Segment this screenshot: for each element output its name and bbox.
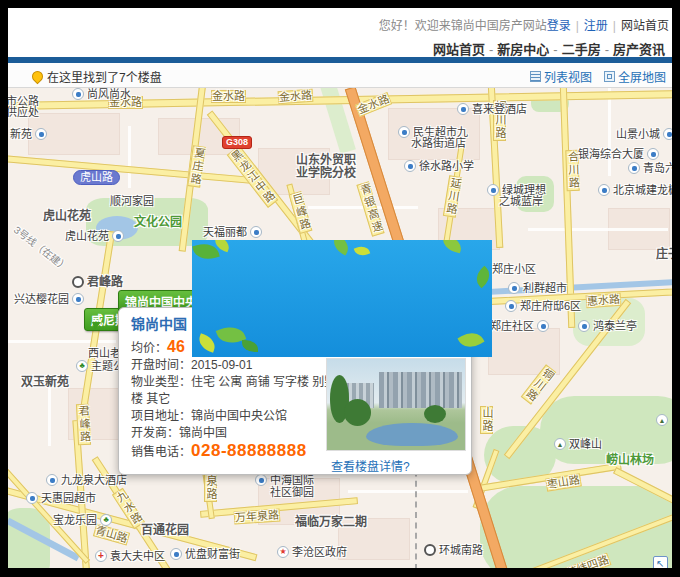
map-label: 业学院分校 <box>296 167 356 179</box>
leaf-decoration <box>196 333 218 352</box>
street <box>8 340 116 343</box>
street <box>608 88 611 176</box>
leaf-decoration <box>242 340 258 352</box>
nav-separator: - <box>605 42 609 57</box>
bus-icon <box>537 320 549 332</box>
map-poi-label: 虎山花苑 <box>65 230 124 242</box>
map-poi-label: 优盘财富街 <box>170 548 240 560</box>
pan-to-center-button[interactable]: ↖ <box>653 556 668 568</box>
map-poi-label: 徐水路小学 <box>404 160 474 172</box>
map-poi-label: ♣主题公 <box>76 360 124 372</box>
nav-separator: - <box>553 42 557 57</box>
nav-separator: - <box>489 42 493 57</box>
leaf-decoration <box>354 244 371 258</box>
park-icon: ♣ <box>100 514 112 526</box>
map-poi-label: ▲ <box>656 414 668 426</box>
login-link[interactable]: 登录 <box>547 19 571 33</box>
map-road-label: 泉路 <box>204 474 217 502</box>
map-poi-label: 尚风尚水 <box>72 88 131 100</box>
separator: | <box>576 19 579 33</box>
shop-icon <box>398 126 410 138</box>
bus-icon <box>663 128 672 140</box>
map-label: 之城蓝岸 <box>499 196 543 207</box>
map-poi-label: 九龙泉大酒店 <box>46 474 127 486</box>
bus-icon <box>578 320 590 332</box>
bus-icon <box>72 293 84 305</box>
screenshot-root: { "colors":{"topbar_blue":"#1B5C98","lin… <box>0 0 680 577</box>
map-poi-label: 兴达樱花园 <box>14 293 84 305</box>
map-toolbar: 在这里找到了7个楼盘 列表视图 全屏地图 <box>8 63 672 88</box>
popup-phone-number: 028-88888888 <box>191 441 307 460</box>
fullscreen-icon <box>604 71 615 82</box>
mtn-icon: ▲ <box>656 414 668 426</box>
map-label: 虎山花苑 <box>43 210 91 222</box>
bus-icon <box>487 184 499 196</box>
map-label: 福临万家二期 <box>295 516 367 528</box>
map-poi-label: 利群超市 <box>508 282 567 294</box>
list-view-button[interactable]: 列表视图 <box>530 68 592 85</box>
fullscreen-map-button[interactable]: 全屏地图 <box>604 68 666 85</box>
map-label: 供应处 <box>8 107 39 118</box>
street <box>528 228 668 231</box>
map-label: 3号线（在建） <box>12 225 70 273</box>
nav-item-3[interactable]: 二手房 <box>562 42 601 57</box>
street <box>48 388 51 446</box>
map-poi-label: 喜来登酒店 <box>457 103 527 115</box>
map-poi-label: 君峰路 <box>72 276 123 288</box>
thumbnail-tree <box>344 399 372 426</box>
map-poi-label: 北京城建龙樾湾 <box>598 184 672 196</box>
home-link[interactable]: 网站首页 <box>621 19 669 33</box>
map-road-label: 山路 <box>480 406 493 434</box>
school-icon <box>404 160 416 172</box>
map-poi-label: 天惠园超市 <box>26 492 96 504</box>
map[interactable]: 锦尚中国中央 威尼斯 锦尚中国 均价：46 开盘时间：2015-09-01 物业… <box>8 88 672 568</box>
welcome-bar: 您好！欢迎来锦尚中国房产网站登录|注册|网站首页 <box>379 16 669 33</box>
nav-item-4[interactable]: 房产资讯 <box>613 42 665 57</box>
separator: | <box>613 19 616 33</box>
results-count: 在这里找到了7个楼盘 <box>32 68 162 85</box>
register-link[interactable]: 注册 <box>584 19 608 33</box>
leaf-decoration <box>330 240 353 256</box>
map-label: 文化公园 <box>134 216 182 228</box>
banner-image <box>192 240 492 357</box>
map-poi-label: ▲双峰山 <box>554 438 602 450</box>
plus-icon: + <box>95 550 107 562</box>
map-road-label: 青山路 <box>93 523 130 545</box>
district-boundary <box>415 460 417 568</box>
pin-icon <box>30 69 46 85</box>
map-road-label: 惠水路 <box>586 293 622 308</box>
property-thumbnail[interactable] <box>326 358 466 451</box>
road-hushan <box>8 155 255 184</box>
star-icon: ★ <box>277 546 289 558</box>
metro-icon <box>72 276 84 288</box>
bus-icon <box>255 474 267 486</box>
map-label: 百通花园 <box>141 524 189 536</box>
view-details-link[interactable]: 查看楼盘详情? <box>331 457 410 474</box>
bus-icon <box>598 184 610 196</box>
shop-icon <box>26 492 38 504</box>
leaf-decoration <box>472 266 492 289</box>
map-road-label: 金水路 <box>278 89 314 104</box>
map-poi-label: 新苑 <box>10 128 47 140</box>
bus-icon <box>112 230 124 242</box>
list-icon <box>530 71 541 82</box>
leaf-decoration <box>457 328 484 353</box>
mtn-icon: ▲ <box>554 438 566 450</box>
top-nav: 网站首页-新房中心-二手房-房产资讯 <box>429 39 669 58</box>
nav-item-2[interactable]: 新房中心 <box>497 42 549 57</box>
nav-item-1[interactable]: 网站首页 <box>433 42 485 57</box>
road-badge: G308 <box>222 136 252 149</box>
map-poi-label: 宝龙乐园♣ <box>53 514 112 526</box>
map-label: 顺河家园 <box>110 196 154 207</box>
map-poi-label: 环城南路 <box>424 544 483 556</box>
map-poi-label: 鸿泰兰亭 <box>578 320 637 332</box>
page: 您好！欢迎来锦尚中国房产网站登录|注册|网站首页 网站首页-新房中心-二手房-房… <box>8 8 672 568</box>
park-icon: ♣ <box>76 360 88 372</box>
map-road-label: 金水路 <box>211 90 246 103</box>
street <box>348 490 468 493</box>
bus-icon <box>505 300 517 312</box>
map-label: 西山老 <box>88 348 121 359</box>
site-header: 您好！欢迎来锦尚中国房产网站登录|注册|网站首页 网站首页-新房中心-二手房-房… <box>8 8 672 57</box>
metro-icon <box>424 544 436 556</box>
map-poi-label: +袁大夫中区 <box>95 550 165 562</box>
